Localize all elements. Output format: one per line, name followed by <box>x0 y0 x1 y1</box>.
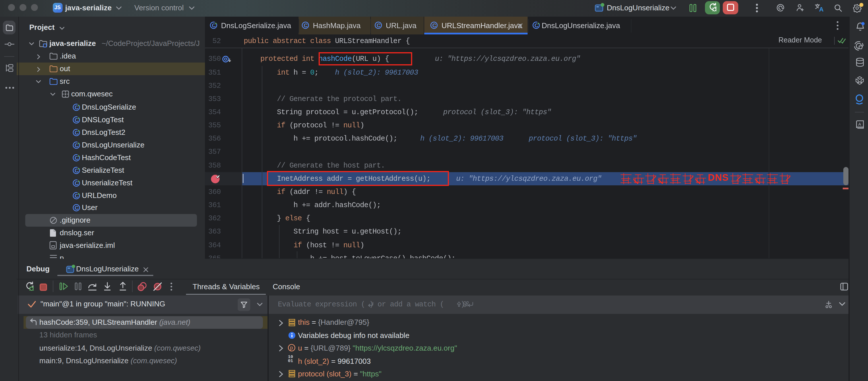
svg-text:p: p <box>290 345 293 351</box>
svg-text:A: A <box>819 6 823 12</box>
svg-text:A: A <box>858 121 861 126</box>
svg-text:C: C <box>377 22 381 28</box>
svg-text:C: C <box>74 205 79 211</box>
svg-text:C: C <box>303 22 307 28</box>
svg-text:C: C <box>432 22 436 28</box>
